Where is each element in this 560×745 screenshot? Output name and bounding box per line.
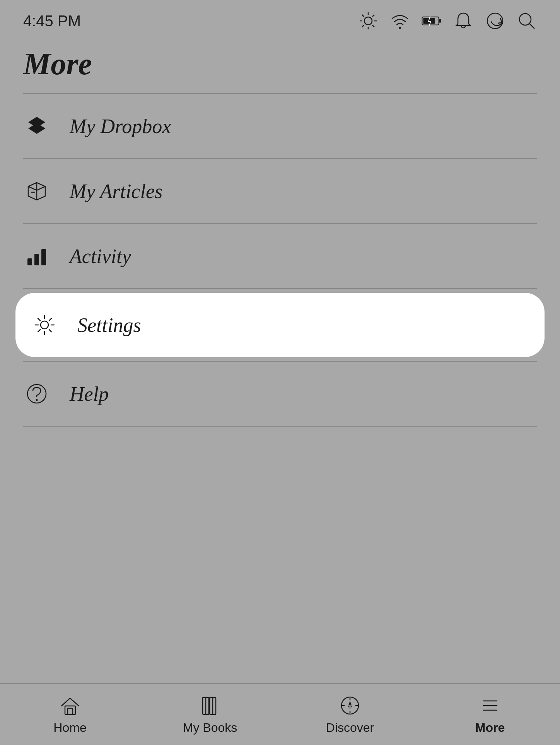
svg-rect-20 — [41, 249, 46, 265]
svg-line-6 — [372, 25, 374, 27]
brightness-icon — [358, 11, 378, 31]
svg-point-9 — [399, 27, 401, 29]
status-time: 4:45 PM — [23, 12, 81, 30]
svg-point-13 — [487, 13, 503, 29]
home-icon — [58, 694, 82, 718]
bottom-navigation: Home My Books Di — [0, 683, 560, 745]
activity-icon — [23, 243, 50, 270]
svg-marker-17 — [28, 123, 45, 134]
nav-discover[interactable]: Discover — [280, 687, 420, 743]
svg-rect-11 — [439, 19, 441, 23]
discover-label: Discover — [326, 721, 374, 735]
status-icons — [358, 11, 537, 31]
battery-icon — [422, 11, 442, 31]
svg-point-21 — [41, 321, 48, 329]
articles-label: My Articles — [70, 180, 162, 203]
svg-rect-24 — [65, 706, 75, 714]
nav-home[interactable]: Home — [0, 687, 140, 743]
discover-icon — [338, 694, 362, 718]
help-icon — [23, 380, 50, 407]
more-nav-icon — [478, 694, 502, 718]
articles-icon — [23, 178, 50, 205]
activity-label: Activity — [70, 245, 131, 268]
menu-item-help[interactable]: Help — [0, 362, 560, 426]
more-label: More — [475, 721, 505, 735]
svg-line-8 — [362, 25, 364, 27]
divider-3 — [23, 288, 537, 289]
svg-point-23 — [36, 399, 38, 401]
nav-mybooks[interactable]: My Books — [140, 687, 280, 743]
svg-rect-18 — [27, 258, 32, 265]
settings-icon — [31, 311, 58, 338]
divider-5 — [23, 426, 537, 427]
menu-item-articles[interactable]: My Articles — [0, 159, 560, 223]
svg-rect-25 — [68, 708, 73, 714]
search-icon[interactable] — [517, 11, 537, 31]
svg-line-15 — [529, 24, 534, 29]
page-title: More — [0, 39, 560, 93]
svg-point-14 — [519, 14, 531, 25]
svg-point-0 — [364, 17, 372, 25]
menu-item-settings[interactable]: Settings — [15, 293, 545, 357]
mybooks-label: My Books — [183, 721, 237, 735]
help-label: Help — [70, 383, 109, 405]
nav-more[interactable]: More — [420, 687, 560, 743]
status-bar: 4:45 PM — [0, 0, 560, 39]
home-label: Home — [53, 721, 86, 735]
wifi-icon — [390, 11, 410, 31]
dropbox-label: My Dropbox — [70, 115, 171, 138]
svg-rect-19 — [34, 254, 39, 265]
bell-icon — [453, 11, 473, 31]
svg-line-5 — [362, 15, 364, 17]
menu-item-activity[interactable]: Activity — [0, 224, 560, 288]
settings-label: Settings — [77, 314, 141, 337]
mybooks-icon — [198, 694, 222, 718]
dropbox-icon — [23, 113, 50, 140]
svg-line-7 — [372, 15, 374, 17]
sync-icon — [485, 11, 505, 31]
menu-item-dropbox[interactable]: My Dropbox — [0, 94, 560, 158]
